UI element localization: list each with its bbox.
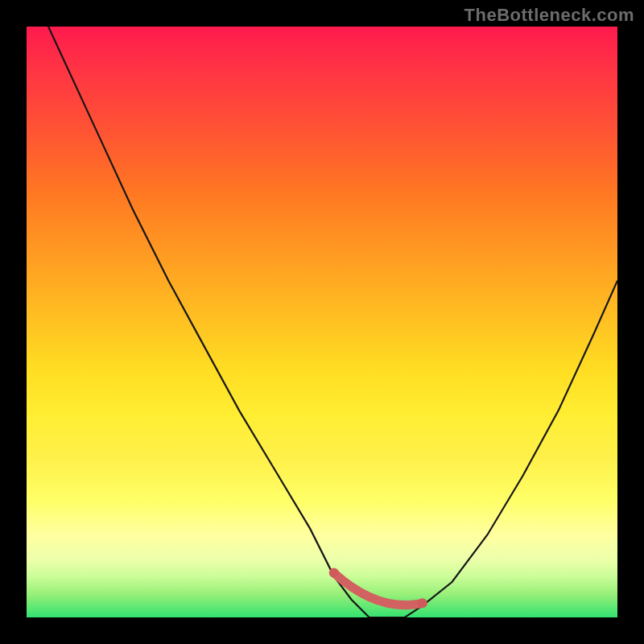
bottleneck-curve-line (27, 27, 617, 617)
plot-area (27, 27, 617, 617)
chart-frame: TheBottleneck.com (0, 0, 644, 644)
watermark-text: TheBottleneck.com (464, 5, 634, 26)
optimal-zone-highlight (334, 573, 423, 605)
optimal-zone-marker-left (329, 568, 339, 578)
curve-svg (27, 27, 617, 617)
optimal-zone-marker-right (418, 598, 427, 608)
